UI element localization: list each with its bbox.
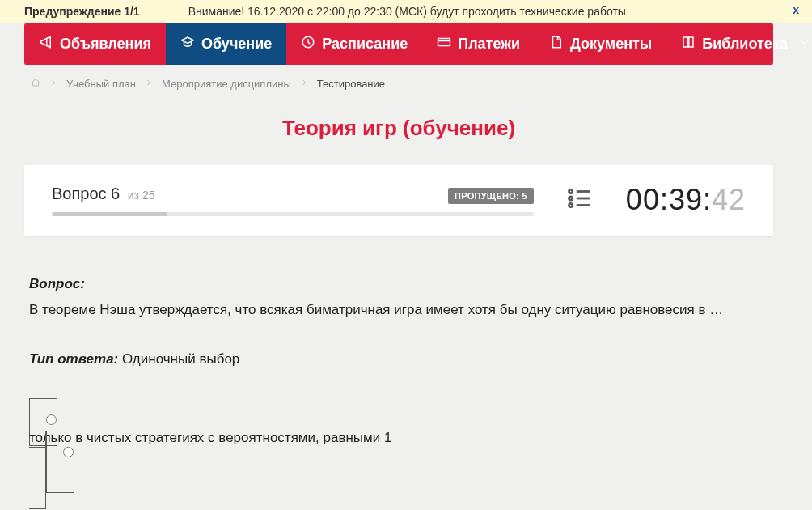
answer-text: только в чистых стратегиях с вероятностя… bbox=[29, 430, 768, 446]
breadcrumb-link-plan[interactable]: Учебный план bbox=[66, 78, 136, 90]
progress-bar bbox=[52, 212, 534, 216]
page-title: Теория игр (обучение) bbox=[24, 116, 773, 141]
answers-list: только в чистых стратегиях с вероятностя… bbox=[24, 414, 773, 477]
svg-point-2 bbox=[569, 189, 572, 193]
nav-education[interactable]: Обучение bbox=[166, 23, 286, 65]
question-counter: Вопрос 6 из 25 bbox=[52, 185, 155, 203]
main-nav: Объявления Обучение Расписание Платежи bbox=[24, 23, 773, 65]
answer-option[interactable]: только в чистых стратегиях с вероятностя… bbox=[29, 398, 768, 478]
skipped-badge: ПРОПУЩЕНО: 5 bbox=[448, 188, 534, 204]
progress-fill bbox=[52, 212, 167, 216]
svg-point-4 bbox=[569, 203, 572, 206]
status-card: Вопрос 6 из 25 ПРОПУЩЕНО: 5 bbox=[24, 165, 773, 236]
answer-radio[interactable] bbox=[63, 447, 74, 457]
chevron-right-icon bbox=[299, 78, 309, 90]
chevron-right-icon bbox=[144, 78, 154, 90]
graduation-icon bbox=[180, 35, 195, 53]
answer-type: Тип ответа: Одиночный выбор bbox=[29, 349, 768, 370]
svg-point-3 bbox=[569, 197, 572, 200]
nav-label: Библиотека bbox=[702, 36, 788, 53]
nav-library[interactable]: Библиотека bbox=[666, 23, 812, 65]
card-icon bbox=[437, 35, 451, 53]
chevron-right-icon bbox=[49, 78, 58, 90]
warning-message: Внимание! 16.12.2020 с 22:00 до 22:30 (М… bbox=[188, 5, 788, 18]
nav-label: Документы bbox=[570, 36, 652, 53]
breadcrumb-current: Тестирование bbox=[317, 78, 385, 90]
chevron-down-icon bbox=[797, 35, 812, 53]
timer: 00:39:42 bbox=[626, 183, 746, 217]
breadcrumb: Учебный план Мероприятие дисциплины Тест… bbox=[24, 65, 773, 98]
question-list-button[interactable] bbox=[566, 185, 594, 215]
svg-rect-1 bbox=[438, 39, 450, 46]
warning-close-button[interactable]: x bbox=[793, 3, 799, 16]
nav-schedule[interactable]: Расписание bbox=[286, 23, 422, 65]
file-icon bbox=[549, 35, 564, 53]
answer-radio[interactable] bbox=[46, 414, 57, 425]
nav-payments[interactable]: Платежи bbox=[422, 23, 535, 65]
scroll-viewport[interactable]: Предупреждение 1/1 Внимание! 16.12.2020 … bbox=[0, 0, 812, 510]
nav-documents[interactable]: Документы bbox=[535, 23, 666, 65]
question-label: Вопрос: bbox=[29, 274, 768, 295]
breadcrumb-link-event[interactable]: Мероприятие дисциплины bbox=[162, 78, 291, 90]
clock-icon bbox=[301, 35, 315, 53]
nav-label: Объявления bbox=[60, 36, 151, 53]
book-icon bbox=[681, 35, 696, 53]
nav-label: Расписание bbox=[322, 36, 408, 53]
home-icon[interactable] bbox=[31, 78, 40, 90]
warning-title: Предупреждение 1/1 bbox=[24, 5, 140, 18]
question-block: Вопрос: В теореме Нэша утверждается, что… bbox=[24, 274, 773, 370]
nav-label: Обучение bbox=[201, 36, 272, 53]
megaphone-icon bbox=[39, 35, 53, 53]
nav-announcements[interactable]: Объявления bbox=[24, 23, 166, 65]
nav-label: Платежи bbox=[458, 36, 520, 53]
question-text: В теореме Нэша утверждается, что всякая … bbox=[29, 300, 768, 321]
warning-bar: Предупреждение 1/1 Внимание! 16.12.2020 … bbox=[0, 0, 812, 23]
